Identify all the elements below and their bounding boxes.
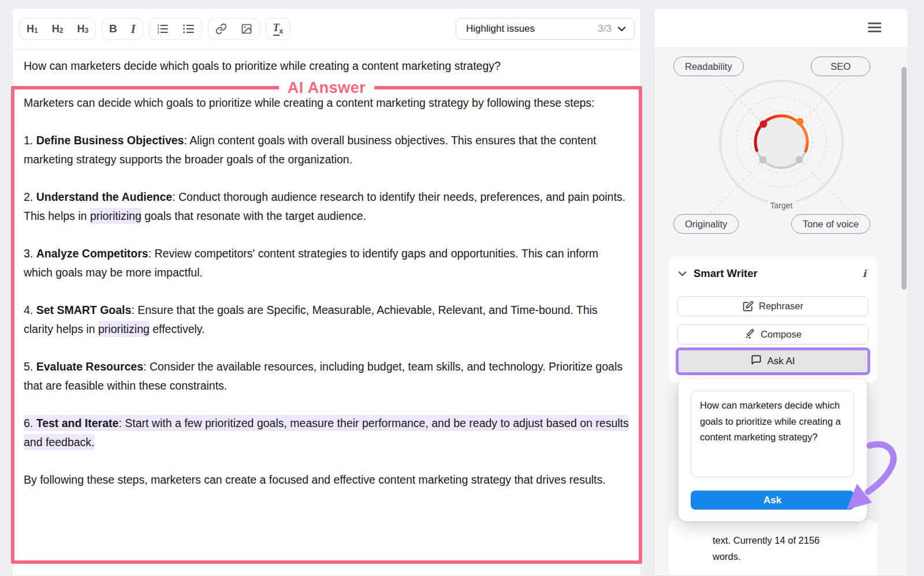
link-icon <box>215 23 227 35</box>
edit-pencil-icon <box>743 301 754 312</box>
chat-bubble-icon <box>751 354 762 368</box>
ai-answer-annotation-box: AI Answer Marketers can decide which goa… <box>11 86 642 564</box>
h3-sub: 3 <box>84 27 88 35</box>
italic-button[interactable]: I <box>124 18 143 39</box>
ai-answer-paragraph: 5. Evaluate Resources: Consider the avai… <box>24 357 629 395</box>
magic-pen-icon <box>744 329 755 340</box>
compose-button[interactable]: Compose <box>677 324 869 345</box>
h1-button[interactable]: H1 <box>20 18 45 39</box>
ask-ai-annotation-frame: Ask AI <box>676 347 870 375</box>
score-gauge: Target <box>673 76 892 223</box>
highlight-issues-count: 3/3 <box>598 23 612 35</box>
rephraser-label: Rephraser <box>759 301 803 312</box>
clear-format-group: Tx <box>266 18 291 40</box>
ai-answer-paragraph: 3. Analyze Competitors: Review competito… <box>24 244 629 282</box>
assistant-sidebar: Readability SEO <box>654 8 908 576</box>
ask-submit-button[interactable]: Ask <box>691 491 854 510</box>
chevron-down-icon <box>678 268 687 279</box>
ordered-list-icon: 123 <box>157 23 169 35</box>
highlight-issues-select[interactable]: Highlight issues 3/3 <box>456 18 635 40</box>
compose-label: Compose <box>761 329 802 340</box>
ai-answer-paragraph: 1. Define Business Objectives: Align con… <box>24 131 629 169</box>
word-count-text: text. Currently 14 of 2156 words. <box>713 532 841 564</box>
clear-formatting-icon: Tx <box>273 22 284 36</box>
info-icon[interactable]: i <box>861 268 868 279</box>
sidebar-header <box>654 9 908 48</box>
link-button[interactable] <box>208 18 234 39</box>
menu-icon[interactable] <box>868 23 881 34</box>
clear-formatting-button[interactable]: Tx <box>266 18 290 39</box>
heading-button-group: H1 H2 H3 <box>19 18 96 40</box>
image-button[interactable] <box>234 18 259 39</box>
bold-button[interactable]: B <box>102 18 124 39</box>
originality-pill[interactable]: Originality <box>673 214 739 234</box>
list-button-group: 123 <box>149 18 202 40</box>
bullet-list-icon <box>182 23 195 35</box>
insert-button-group <box>208 18 260 40</box>
ask-ai-popup: How can marketers decide which goals to … <box>679 379 867 521</box>
gauge-red-dot <box>760 121 767 128</box>
smart-writer-card: Smart Writer i Rephraser Compose <box>669 256 877 383</box>
editor-question-text[interactable]: How can marketers decide which goals to … <box>13 50 640 74</box>
editor-toolbar: H1 H2 H3 B I 123 <box>13 9 640 49</box>
ai-answer-paragraph: 6. Test and Iterate: Start with a few pr… <box>24 414 629 452</box>
gauge-orange-dot <box>796 118 804 126</box>
editor-panel: H1 H2 H3 B I 123 <box>12 8 641 576</box>
image-icon <box>241 23 252 35</box>
gauge-target-label: Target <box>770 201 793 210</box>
ask-ai-label: Ask AI <box>767 356 795 367</box>
h3-button[interactable]: H3 <box>70 18 95 39</box>
svg-text:3: 3 <box>157 31 159 34</box>
h2-sub: 2 <box>59 27 64 35</box>
bullet-list-button[interactable] <box>176 18 202 39</box>
ai-answer-paragraph: 2. Understand the Audience: Conduct thor… <box>24 188 629 226</box>
gauge-gray-dot <box>796 156 803 164</box>
ask-ai-button[interactable]: Ask AI <box>679 350 867 372</box>
ordered-list-button[interactable]: 123 <box>150 18 176 39</box>
ai-answer-paragraph: 4. Set SMART Goals: Ensure that the goal… <box>24 301 629 339</box>
tone-of-voice-pill[interactable]: Tone of voice <box>791 214 870 234</box>
seo-pill[interactable]: SEO <box>811 57 870 76</box>
format-button-group: B I <box>102 18 143 40</box>
h3-label: H <box>77 23 84 35</box>
h1-sub: 1 <box>34 27 38 35</box>
h2-button[interactable]: H2 <box>45 18 70 39</box>
ask-question-input[interactable]: How can marketers decide which goals to … <box>691 391 854 477</box>
smart-writer-title: Smart Writer <box>694 267 861 280</box>
highlight-issues-label: Highlight issues <box>466 23 598 35</box>
compose-info-card: text. Currently 14 of 2156 words. <box>669 520 877 576</box>
readability-pill[interactable]: Readability <box>673 57 744 76</box>
gauge-gray-dot <box>759 156 767 164</box>
smart-writer-header[interactable]: Smart Writer i <box>678 266 868 281</box>
h1-label: H <box>27 23 34 35</box>
ai-answer-annotation-label: AI Answer <box>279 79 375 97</box>
ai-answer-paragraph: By following these steps, marketers can … <box>24 470 629 489</box>
chevron-down-icon <box>617 24 626 34</box>
h2-label: H <box>52 23 59 35</box>
rephraser-button[interactable]: Rephraser <box>677 296 869 316</box>
sidebar-scrollbar[interactable] <box>901 67 907 290</box>
